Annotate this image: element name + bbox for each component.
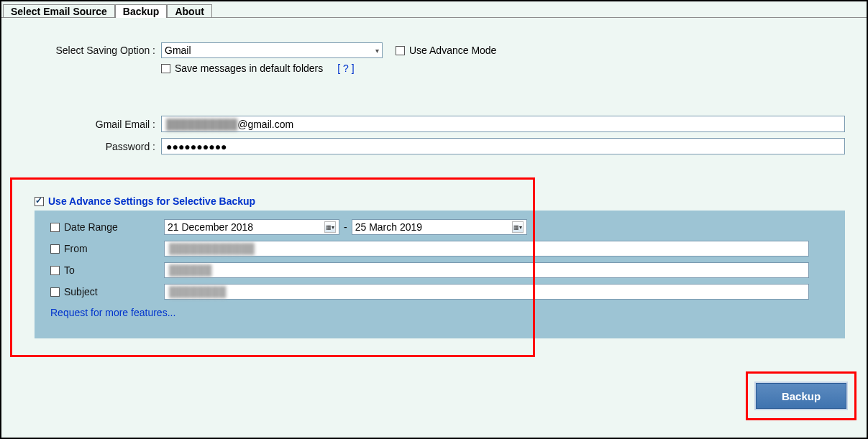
advance-settings-label: Use Advance Settings for Selective Backu… (48, 195, 255, 207)
date-range-row: Date Range 21 December 2018 ▦▾ - 25 Marc… (35, 216, 845, 238)
tab-panel-backup: Select Saving Option : Gmail ▾ Use Advan… (1, 17, 867, 438)
checkbox-checked-icon (35, 197, 44, 206)
checkbox-icon (50, 287, 60, 297)
tab-select-email-source[interactable]: Select Email Source (3, 4, 115, 18)
subject-value: ████████ (169, 286, 226, 297)
subject-checkbox[interactable]: Subject (50, 286, 98, 297)
tab-bar: Select Email Source Backup About (1, 1, 867, 17)
saving-option-value: Gmail (165, 45, 191, 56)
saving-option-select[interactable]: Gmail ▾ (161, 42, 383, 58)
tab-about[interactable]: About (167, 4, 211, 18)
date-range-label: Date Range (64, 221, 118, 233)
checkbox-icon (50, 244, 60, 254)
checkbox-icon (161, 64, 170, 73)
subject-row: Subject ████████ (35, 281, 845, 302)
password-row: Password : ●●●●●●●●●● (1, 138, 867, 154)
from-row: From ████████████ (35, 238, 845, 259)
to-checkbox[interactable]: To (50, 264, 75, 276)
help-link[interactable]: [ ? ] (337, 63, 354, 74)
calendar-dropdown-icon: ▦▾ (324, 221, 336, 233)
password-input[interactable]: ●●●●●●●●●● (161, 138, 845, 154)
date-from-picker[interactable]: 21 December 2018 ▦▾ (164, 219, 339, 235)
date-range-separator: - (344, 221, 347, 233)
from-value: ████████████ (169, 243, 255, 254)
subject-label: Subject (64, 286, 98, 297)
date-range-checkbox[interactable]: Date Range (50, 221, 118, 233)
to-row: To ██████ (35, 259, 845, 281)
email-row: Gmail Email : ██████████ @gmail.com (1, 116, 867, 132)
advance-settings-checkbox[interactable]: Use Advance Settings for Selective Backu… (35, 195, 255, 207)
to-value: ██████ (169, 264, 212, 276)
gmail-email-suffix: @gmail.com (237, 119, 293, 130)
from-label: From (64, 243, 88, 254)
calendar-dropdown-icon: ▦▾ (512, 221, 524, 233)
saving-option-row: Select Saving Option : Gmail ▾ Use Advan… (1, 42, 867, 58)
checkbox-icon (50, 223, 60, 232)
date-to-picker[interactable]: 25 March 2019 ▦▾ (352, 219, 527, 235)
date-to-value: 25 March 2019 (355, 221, 422, 233)
highlight-box-backup: Backup (746, 371, 856, 420)
to-label: To (64, 264, 75, 276)
use-advance-mode-checkbox[interactable]: Use Advance Mode (396, 45, 496, 56)
gmail-email-masked: ██████████ (166, 119, 237, 130)
default-folders-checkbox[interactable]: Save messages in default folders (161, 63, 323, 74)
use-advance-mode-label: Use Advance Mode (409, 45, 496, 56)
advance-settings-panel: Date Range 21 December 2018 ▦▾ - 25 Marc… (35, 211, 845, 338)
checkbox-icon (396, 46, 405, 55)
default-folders-label: Save messages in default folders (175, 63, 323, 74)
tab-backup[interactable]: Backup (115, 4, 168, 18)
password-value: ●●●●●●●●●● (166, 141, 227, 152)
backup-button[interactable]: Backup (756, 383, 846, 409)
date-from-value: 21 December 2018 (168, 221, 253, 233)
from-input[interactable]: ████████████ (164, 241, 809, 257)
password-label: Password : (1, 141, 161, 152)
from-checkbox[interactable]: From (50, 243, 88, 254)
checkbox-icon (50, 266, 60, 275)
subject-input[interactable]: ████████ (164, 284, 809, 300)
saving-option-label: Select Saving Option : (1, 45, 161, 56)
app-window: Select Email Source Backup About Select … (0, 0, 868, 439)
to-input[interactable]: ██████ (164, 262, 809, 278)
request-more-features-link[interactable]: Request for more features... (35, 302, 845, 318)
chevron-down-icon: ▾ (375, 47, 379, 55)
gmail-email-label: Gmail Email : (1, 119, 161, 130)
default-folders-row: Save messages in default folders [ ? ] (1, 63, 867, 74)
gmail-email-input[interactable]: ██████████ @gmail.com (161, 116, 845, 132)
